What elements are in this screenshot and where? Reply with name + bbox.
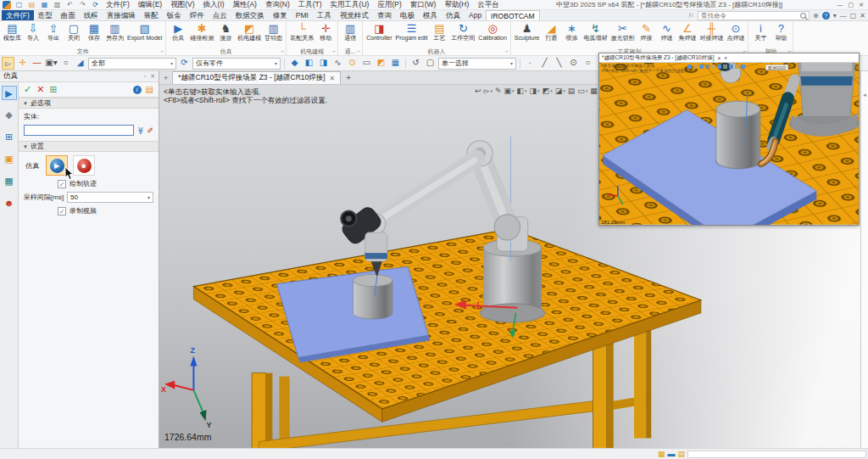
pick-curve-icon[interactable]: ∿	[331, 57, 344, 70]
clip-icon[interactable]: ▢	[424, 57, 437, 70]
ribbon-tab-pmi[interactable]: PMI	[292, 10, 313, 20]
user-tab-icon[interactable]: ☻	[2, 196, 17, 210]
redo-icon[interactable]: ↷	[78, 1, 87, 9]
circle-tool-icon[interactable]: ⊙	[567, 57, 580, 70]
group-expand-icon[interactable]: ⌐	[505, 48, 509, 55]
pointer-view-icon[interactable]: ▻▾	[484, 87, 492, 95]
ribbon-item-controller[interactable]: ◨Controller	[364, 22, 393, 42]
tab-list-icon[interactable]: +	[161, 74, 170, 84]
pick-edge-icon[interactable]: ◨	[317, 57, 330, 70]
ribbon-tab-inquire[interactable]: 查询	[373, 10, 396, 20]
history-icon[interactable]: ↺	[409, 57, 422, 70]
ribbon-item-gantt[interactable]: ▥甘特图	[263, 22, 284, 42]
expand-options-icon[interactable]: ≫	[136, 126, 145, 134]
annotate-view-icon[interactable]: ✎	[495, 87, 502, 95]
ribbon-tab-direct-edit[interactable]: 直接编辑	[103, 10, 140, 20]
pick-face-icon[interactable]: ◧	[303, 57, 315, 70]
pin-icon[interactable]: ⚐	[688, 12, 694, 20]
ribbon-item-laser-cutting[interactable]: ✂激光切割	[609, 22, 636, 42]
add-selection-icon[interactable]: ✛	[16, 57, 29, 70]
ribbon-item-process[interactable]: ▤工艺	[429, 22, 449, 42]
open-file-icon[interactable]: ▤	[27, 1, 36, 9]
ribbon-item-butt-weld[interactable]: ╫对接焊缝	[698, 22, 725, 42]
apply-button[interactable]: ⊞	[49, 85, 56, 94]
ribbon-item-spot-weld[interactable]: ⊙点焊缝	[725, 22, 746, 42]
panel-close-icon[interactable]: ✕	[150, 73, 155, 80]
filter-type-dropdown[interactable]: 仅有零件▾	[192, 58, 281, 70]
ribbon-item-model-library[interactable]: ▤模型库	[2, 22, 23, 42]
ribbon-tab-weldment[interactable]: 焊件	[186, 10, 209, 20]
ribbon-item-help[interactable]: ?帮助	[771, 22, 791, 42]
command-search[interactable]	[698, 11, 810, 20]
ribbon-item-mechatronics[interactable]: ◩机电建模	[236, 22, 263, 42]
section-view-icon[interactable]: ◩▾	[542, 87, 553, 95]
sample-interval-dropdown[interactable]: 50▾	[67, 192, 153, 203]
right-panel-collapsed-strip[interactable]: ◂	[860, 71, 868, 448]
ribbon-tab-irobotcam[interactable]: IROBOTCAM	[486, 10, 539, 20]
ribbon-item-workspace[interactable]: ↻工作空间	[449, 22, 476, 42]
cancel-button[interactable]: ✕	[36, 84, 44, 95]
menu-attributes[interactable]: 属性(A)	[231, 0, 259, 10]
globe-icon[interactable]: ⊕	[813, 12, 819, 20]
ribbon-tab-surface[interactable]: 曲面	[57, 10, 80, 20]
ribbon-item-move[interactable]: ✛移动	[315, 22, 336, 42]
remove-selection-icon[interactable]: —	[31, 57, 43, 70]
save-icon[interactable]: ▦	[40, 1, 49, 9]
status-monitor-icon[interactable]: ▬	[668, 450, 676, 459]
menu-file[interactable]: 文件(F)	[103, 0, 132, 10]
ribbon-minimize-icon[interactable]: —	[840, 12, 847, 20]
ribbon-tab-mold[interactable]: 模具	[419, 10, 442, 20]
menu-window[interactable]: 窗口(W)	[408, 0, 439, 10]
ribbon-item-program-edit[interactable]: ☰Progam edit	[394, 22, 430, 42]
doc-help-icon[interactable]: ▤	[146, 85, 153, 94]
pick-datum-icon[interactable]: ▭	[360, 57, 373, 70]
menu-view[interactable]: 视图(V)	[168, 0, 197, 10]
group-expand-icon[interactable]: ⌐	[333, 48, 337, 55]
status-document-icon[interactable]: ▤	[678, 450, 686, 459]
group-expand-icon[interactable]: ⌐	[358, 48, 361, 55]
menu-tools[interactable]: 工具(T)	[296, 0, 325, 10]
panel-float-icon[interactable]: ▫	[144, 73, 146, 80]
refresh-icon[interactable]: ⟳	[91, 1, 100, 9]
ok-button[interactable]: ✓	[24, 84, 31, 95]
background-view-icon[interactable]: ▭▾	[577, 87, 587, 95]
ribbon-item-assembly-relation[interactable]: └装配关系	[288, 22, 315, 42]
close-button[interactable]: ✕	[859, 2, 864, 8]
filter-scope-dropdown[interactable]: 全部▾	[88, 58, 176, 70]
ribbon-item-export-model[interactable]: ▧Export Model	[125, 22, 164, 42]
ribbon-tab-simulation[interactable]: 仿真	[442, 10, 465, 20]
ribbon-tab-tools[interactable]: 工具	[313, 10, 336, 20]
ribbon-item-import[interactable]: ⇩导入	[23, 22, 43, 42]
ellipse-tool-icon[interactable]: ○	[581, 57, 594, 70]
ribbon-tab-electrode[interactable]: 电极	[396, 10, 419, 20]
menu-help[interactable]: 帮助(H)	[442, 0, 471, 10]
entity-input[interactable]	[24, 125, 134, 136]
command-search-input[interactable]	[701, 12, 798, 20]
menu-insert[interactable]: 插入(I)	[201, 0, 227, 10]
ribbon-restore-icon[interactable]: ▢	[850, 12, 857, 20]
print-icon[interactable]: ▥	[53, 1, 62, 9]
pick-solid-icon[interactable]: ◆	[288, 57, 301, 70]
ribbon-item-grinding[interactable]: ◢打磨	[541, 22, 561, 42]
ribbon-item-arc-additive[interactable]: ↯电弧增材	[581, 22, 609, 42]
ribbon-tab-point-cloud[interactable]: 点云	[209, 10, 231, 20]
ribbon-item-close[interactable]: ▢关闭	[64, 22, 84, 42]
ribbon-item-save-as[interactable]: ▥另存为	[104, 22, 125, 42]
ribbon-tab-visualize[interactable]: 视觉样式	[336, 10, 373, 20]
record-video-checkbox[interactable]: ✓	[58, 207, 66, 216]
new-file-icon[interactable]: ▢	[14, 1, 24, 9]
pick-component-icon[interactable]: ◩	[375, 57, 387, 70]
ribbon-tab-data-exchange[interactable]: 数据交换	[231, 10, 269, 20]
media-tab-icon[interactable]: ▦	[2, 174, 17, 188]
zoom-view-icon[interactable]: ◪▾	[555, 87, 565, 95]
orientation-view-icon[interactable]: ◨▾	[530, 87, 540, 95]
menu-utilities[interactable]: 实用工具(U)	[328, 0, 372, 10]
ribbon-item-weld-seam[interactable]: ∿焊缝	[656, 22, 676, 42]
help-icon[interactable]: ?	[822, 12, 830, 20]
menu-inquire[interactable]: 查询(N)	[263, 0, 292, 10]
ribbon-tab-sheet-metal[interactable]: 钣金	[163, 10, 186, 20]
ribbon-tab-wireframe[interactable]: 线框	[80, 10, 103, 20]
pick-entity-icon[interactable]: ✐	[147, 126, 153, 135]
minimize-button[interactable]: —	[837, 2, 843, 8]
help-dropdown-caret-icon[interactable]: ▾	[833, 12, 837, 20]
